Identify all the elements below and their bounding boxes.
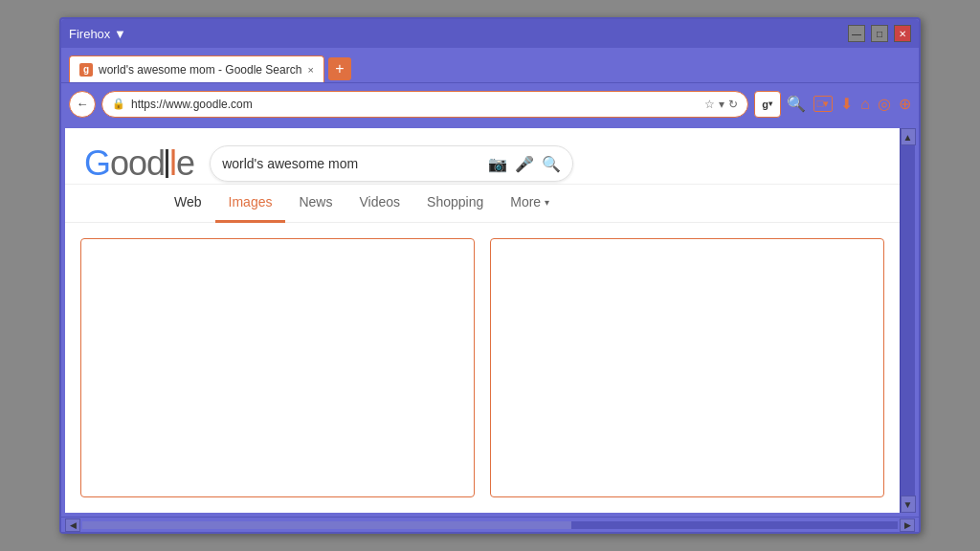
refresh-icon[interactable]: ↻ <box>728 98 738 111</box>
profile-button[interactable]: g ▾ <box>754 91 781 118</box>
nav-item-shopping[interactable]: Shopping <box>413 185 497 223</box>
scroll-thumb-horizontal <box>82 521 571 529</box>
scroll-up-button[interactable]: ▲ <box>901 128 916 145</box>
minimize-button[interactable]: — <box>848 25 865 42</box>
bookmark-down-icon[interactable]: ▾ <box>719 98 724 111</box>
result-card-1 <box>80 238 475 497</box>
logo-e: e <box>176 143 194 184</box>
profile-down-icon: ▾ <box>768 99 772 108</box>
title-bar: Firehox ▼ — □ ✕ <box>61 19 919 48</box>
maximize-button[interactable]: □ <box>871 25 888 42</box>
extensions-icon[interactable]: ◎ <box>878 95 891 113</box>
window-controls: — □ ✕ <box>848 25 911 42</box>
microphone-icon[interactable]: 🎤 <box>515 155 534 173</box>
logo-l: l <box>169 143 176 184</box>
search-query: world's awesome mom <box>222 156 480 171</box>
toolbar-icons: 🔍 □▾ ⬇ ⌂ ◎ ⊕ <box>787 95 911 113</box>
result-card-2 <box>490 238 884 497</box>
scroll-down-button[interactable]: ▼ <box>901 496 916 513</box>
goodle-logo: G o o d l e <box>84 143 194 184</box>
logo-o2: o <box>128 143 146 184</box>
tab-bar: g world's awesome mom - Goodle Search × … <box>61 48 919 82</box>
tab-favicon: g <box>79 63 93 77</box>
back-button[interactable]: ← <box>69 91 96 118</box>
lock-icon: 🔒 <box>112 98 125 110</box>
new-tab-button[interactable]: + <box>328 57 351 80</box>
tab-label: world's awesome mom - Goodle Search <box>99 63 301 77</box>
address-text: https://www.goodle.com <box>131 98 699 111</box>
logo-o1: o <box>110 143 128 184</box>
browser-window: Firehox ▼ — □ ✕ g world's awesome mom - … <box>59 17 921 534</box>
close-button[interactable]: ✕ <box>894 25 911 42</box>
search-submit-icon[interactable]: 🔍 <box>542 155 561 173</box>
browser-title: Firehox ▼ <box>69 27 848 41</box>
download-icon[interactable]: ⬇ <box>840 95 853 113</box>
address-icons: ☆ ▾ ↻ <box>704 98 738 111</box>
nav-item-videos[interactable]: Videos <box>345 185 413 223</box>
address-bar[interactable]: 🔒 https://www.goodle.com ☆ ▾ ↻ <box>101 91 748 118</box>
bookmark-icon[interactable]: ☆ <box>704 98 715 111</box>
scroll-track-vertical[interactable] <box>901 145 915 496</box>
menu-icon[interactable]: ⊕ <box>899 95 911 113</box>
navigation-bar: ← 🔒 https://www.goodle.com ☆ ▾ ↻ g ▾ 🔍 □… <box>61 82 919 124</box>
horizontal-scrollbar: ◀ ▶ <box>61 517 919 532</box>
nav-item-news[interactable]: News <box>285 185 345 223</box>
logo-g: G <box>84 143 110 184</box>
more-chevron-icon: ▾ <box>545 197 549 208</box>
tab-close-button[interactable]: × <box>307 64 313 76</box>
scroll-left-button[interactable]: ◀ <box>65 518 80 532</box>
goodle-header: G o o d l e world's awesome mom 📷 🎤 🔍 <box>65 128 900 185</box>
camera-search-icon[interactable]: 📷 <box>488 155 507 173</box>
logo-cursor <box>166 149 168 178</box>
content-wrapper: G o o d l e world's awesome mom 📷 🎤 🔍 <box>61 124 919 517</box>
vertical-scrollbar: ▲ ▼ <box>900 128 915 513</box>
results-area <box>65 223 900 513</box>
page-content: G o o d l e world's awesome mom 📷 🎤 🔍 <box>65 128 900 513</box>
home-icon[interactable]: ⌂ <box>860 96 870 113</box>
nav-item-more[interactable]: More ▾ <box>497 185 563 223</box>
search-toolbar-icon[interactable]: 🔍 <box>787 95 806 113</box>
search-navigation: Web Images News Videos Shopping More ▾ <box>65 185 900 223</box>
search-bar[interactable]: world's awesome mom 📷 🎤 🔍 <box>210 145 573 182</box>
browser-tab[interactable]: g world's awesome mom - Goodle Search × <box>69 55 324 82</box>
scroll-track-horizontal[interactable] <box>82 521 898 529</box>
scroll-right-button[interactable]: ▶ <box>900 518 915 532</box>
logo-d: d <box>146 143 165 184</box>
nav-item-web[interactable]: Web <box>161 185 215 223</box>
nav-item-images[interactable]: Images <box>215 185 286 223</box>
reader-icon[interactable]: □▾ <box>813 96 834 112</box>
